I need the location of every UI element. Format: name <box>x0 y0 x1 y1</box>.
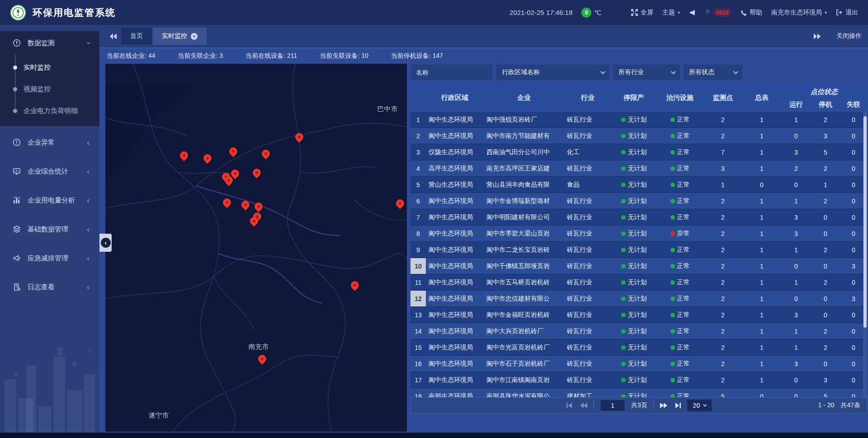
sidebar-item-power-analysis[interactable]: 企业用电量分析 ‹ <box>0 188 99 213</box>
last-page-button[interactable] <box>674 402 681 409</box>
next-page-button[interactable] <box>660 402 668 409</box>
map-panel[interactable]: 巴中市 南充市 遂宁市 <box>105 64 407 432</box>
table-header: 行政区域 企业 行业 停限产 治污设施 监测点 总表 点位状态 运行 停机 失联 <box>410 84 867 112</box>
close-operations-button[interactable]: 关闭操作 <box>836 32 862 40</box>
theme-menu[interactable]: 主题▾ <box>662 9 680 17</box>
cell-facility-status: 正常 <box>656 128 703 144</box>
notifications-button[interactable]: 2632 <box>704 8 731 17</box>
status-dot-icon <box>621 134 626 138</box>
tab-home[interactable]: 首页 <box>121 28 152 45</box>
chevron-down-icon <box>703 403 707 406</box>
cell-run: 1 <box>781 274 811 290</box>
industry-filter-select[interactable]: 所有行业 <box>613 65 680 80</box>
layers-icon <box>13 225 21 233</box>
status-dot-icon <box>621 378 626 382</box>
cell-stop-status: 无计划 <box>611 177 656 193</box>
table-row[interactable]: 14 阆中生态环境局 阆中大兴页岩机砖厂 砖瓦行业 无计划 正常 <box>410 323 867 339</box>
sidebar-subitem[interactable]: 实时监控 <box>0 57 99 78</box>
tab-realtime-monitor[interactable]: 实时监控 × <box>153 28 207 45</box>
table-row[interactable]: 4 高坪生态环境局 南充市高坪区王家店建 砖瓦行业 无计划 正常 <box>410 160 867 177</box>
first-page-button[interactable] <box>566 402 574 409</box>
table-row[interactable]: 9 阆中生态环境局 阆中市二龙长宝页岩砖 砖瓦行业 无计划 正常 <box>410 242 867 258</box>
table-row[interactable]: 2 阆中生态环境局 阆中市南方节能建材有 砖瓦行业 无计划 正常 <box>410 128 867 144</box>
cell-run: 0 <box>781 291 811 306</box>
cell-halt: 0 <box>811 291 840 306</box>
table-row[interactable]: 16 阆中生态环境局 阆中市石子页岩机砖厂 砖瓦行业 无计划 正常 <box>410 356 867 372</box>
table-row[interactable]: 8 阆中生态环境局 阆中市枣碧大梁山页岩 砖瓦行业 无计划 异常 <box>410 226 867 242</box>
help-button[interactable]: 帮助 <box>741 9 762 17</box>
status-dot-icon <box>670 264 675 268</box>
cell-region: 阆中生态环境局 <box>426 291 484 306</box>
cell-facility-status: 正常 <box>656 307 703 323</box>
status-dot-icon <box>670 313 675 317</box>
cell-meters: 1 <box>742 209 781 225</box>
table-row[interactable]: 13 阆中生态环境局 阆中市金福旺页岩机砖 砖瓦行业 无计划 正常 <box>410 307 867 323</box>
table-body: 1 阆中生态环境局 阆中强锐页岩砖厂 砖瓦行业 无计划 正常 <box>410 112 867 397</box>
table-row[interactable]: 15 阆中生态环境局 阆中市光富页岩机砖厂 砖瓦行业 无计划 正常 <box>410 339 867 356</box>
page-size-select[interactable]: 20 <box>687 400 712 411</box>
right-panel: 行政区域名称 所有行业 所有状态 行政区域 企业 行业 停限产 治污设施 监测点 <box>410 64 867 438</box>
sidebar-item-data-monitor[interactable]: 数据监测 ‹ <box>0 31 99 55</box>
cell-region: 阆中生态环境局 <box>426 193 484 209</box>
cell-stop-status: 无计划 <box>611 128 656 144</box>
sidebar-item-enterprise-statistics[interactable]: 企业综合统计 ‹ <box>0 159 99 184</box>
sidebar-item-emergency-reduction[interactable]: 应急减排管理 ‹ <box>0 245 99 271</box>
status-filter-select[interactable]: 所有状态 <box>684 65 742 80</box>
cell-industry: 砖瓦行业 <box>564 242 611 258</box>
page-number-input[interactable] <box>600 400 625 411</box>
table-row[interactable]: 17 阆中生态环境局 阆中市江南镇阆南页岩 砖瓦行业 无计划 正常 <box>410 372 867 388</box>
table-row[interactable]: 1 阆中生态环境局 阆中强锐页岩砖厂 砖瓦行业 无计划 正常 <box>410 112 867 128</box>
cell-region: 高坪生态环境局 <box>426 160 484 176</box>
logout-button[interactable]: 退出 <box>836 9 858 17</box>
cell-row-number: 13 <box>410 307 426 323</box>
scrollbar-thumb[interactable] <box>863 116 867 328</box>
chevron-collapsed-icon: ‹ <box>87 226 90 233</box>
cell-stop-status: 无计划 <box>611 144 656 160</box>
table-row[interactable]: 12 阆中生态环境局 阆中市忠信建材有限公 砖瓦行业 无计划 正常 <box>410 291 867 307</box>
cell-stop-status: 无计划 <box>611 258 656 274</box>
cell-halt: 0 <box>811 307 840 323</box>
status-dot-icon <box>621 264 626 268</box>
map-collapse-button[interactable]: ‹ <box>99 234 112 252</box>
cell-row-number: 16 <box>410 356 426 372</box>
table-row[interactable]: 7 阆中生态环境局 阆中明阳建材有限公司 砖瓦行业 无计划 正常 <box>410 209 867 226</box>
sidebar-item-enterprise-abnormal[interactable]: 企业异常 ‹ <box>0 130 99 155</box>
col-points: 监测点 <box>703 84 742 112</box>
cell-points: 2 <box>703 258 742 274</box>
tabs-scroll-right-button[interactable] <box>809 33 825 39</box>
cell-facility-status: 正常 <box>656 274 703 290</box>
cell-meters: 1 <box>742 242 781 258</box>
sidebar-subitem[interactable]: 企业电力负荷明细 <box>0 100 99 122</box>
org-menu[interactable]: 南充市生态环境局▾ <box>771 9 827 17</box>
table-row[interactable]: 18 南部生态环境局 南部县珠华水泥有限公 建材加工 无计划 正常 <box>410 388 867 397</box>
sidebar-item-log-view[interactable]: 日志查看 ‹ <box>0 274 99 300</box>
status-dot-icon <box>670 134 675 138</box>
table-row[interactable]: 3 仪陇生态环境局 西南油气田分公司川中 化工 无计划 正常 <box>410 144 867 160</box>
status-dot-icon <box>621 313 626 317</box>
status-dot-icon <box>670 248 675 252</box>
cell-meters: 1 <box>742 307 781 323</box>
fullscreen-button[interactable]: 全屏 <box>631 9 653 17</box>
name-filter-input[interactable] <box>410 65 493 80</box>
cell-row-number: 14 <box>410 323 426 339</box>
chevron-down-icon: ▾ <box>678 10 680 15</box>
cell-run: 0 <box>781 177 811 193</box>
cell-row-number: 12 <box>410 291 426 306</box>
table-row[interactable]: 5 营山生态环境局 营山县润丰肉食品有限 食品 无计划 正常 <box>410 177 867 193</box>
table-scrollbar[interactable] <box>863 112 867 397</box>
tabs-scroll-left-button[interactable] <box>106 33 121 39</box>
cell-halt: 0 <box>811 258 840 274</box>
table-row[interactable]: 6 阆中生态环境局 阆中市金博瑞新型墙材 砖瓦行业 无计划 正常 <box>410 193 867 209</box>
cell-stop-status: 无计划 <box>611 372 656 388</box>
sidebar-item-base-data[interactable]: 基础数据管理 ‹ <box>0 217 99 242</box>
mute-button[interactable] <box>689 9 695 16</box>
chevron-collapsed-icon: ‹ <box>87 168 90 175</box>
table-row[interactable]: 10 阆中生态环境局 阆中千佛镇五郎垭页岩 砖瓦行业 无计划 正常 <box>410 258 867 274</box>
sidebar-subitem[interactable]: 视频监控 <box>0 78 99 100</box>
region-filter-select[interactable]: 行政区域名称 <box>496 65 609 80</box>
cell-company: 阆中市枣碧大梁山页岩 <box>484 226 564 241</box>
page-title: 环保用电监管系统 <box>33 6 116 19</box>
tab-close-icon[interactable]: × <box>191 33 198 40</box>
table-row[interactable]: 11 阆中生态环境局 阆中市五马桥页岩机砖 砖瓦行业 无计划 正常 <box>410 274 867 291</box>
prev-page-button[interactable] <box>580 402 588 409</box>
